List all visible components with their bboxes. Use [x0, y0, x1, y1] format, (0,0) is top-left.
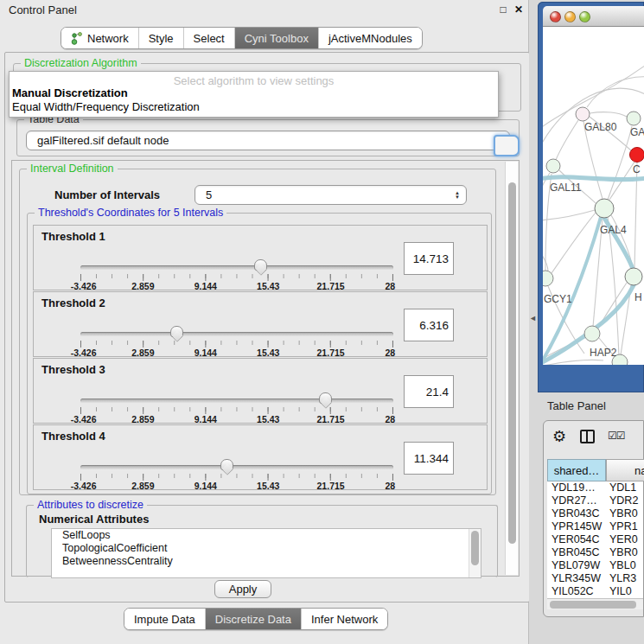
network-icon [71, 32, 82, 45]
close-traffic-light-icon[interactable] [550, 11, 561, 22]
tab-style[interactable]: Style [138, 28, 183, 48]
node-label-hap2: HAP2 [590, 347, 617, 359]
table-row[interactable]: YDR27…YDR2 [547, 494, 643, 507]
slider-track[interactable] [80, 399, 393, 403]
gear-icon[interactable]: ⚙ [552, 427, 566, 446]
network-canvas[interactable]: GAL80 GA C GAL11 GAL4 GCY1 H HAP2 [543, 27, 644, 365]
tab-infer-network[interactable]: Infer Network [301, 609, 387, 629]
table-row[interactable]: YIL052CYIL0 [547, 585, 643, 598]
threshold-2-value-field[interactable] [404, 309, 454, 341]
tab-cyni-toolbox[interactable]: Cyni Toolbox [234, 28, 318, 48]
network-window-titlebar[interactable] [543, 6, 644, 27]
slider-major-ticks [80, 274, 393, 281]
node-hap2 [584, 326, 600, 341]
threshold-3-slider[interactable]: -3.4262.859 9.14415.43 21.71528 [80, 393, 393, 423]
algorithm-dropdown-popup: Select algorithm to view settings Manual… [9, 71, 499, 118]
tab-jactivemnodules[interactable]: jActiveMNodules [318, 28, 422, 48]
discretization-algorithm-legend: Discretization Algorithm [21, 57, 141, 69]
slider-thumb[interactable] [170, 326, 183, 337]
thresholds-legend: Threshold's Coordinates for 5 Intervals [35, 207, 226, 219]
table-row[interactable]: YBR045CYBR0 [547, 546, 643, 559]
panel-divider-collapse-icon[interactable]: ◄ [529, 314, 537, 322]
column-header-name[interactable]: na [606, 459, 644, 481]
slider-track[interactable] [80, 465, 393, 469]
panel-title: Control Panel [9, 3, 77, 16]
tab-select[interactable]: Select [183, 28, 234, 48]
zoom-traffic-light-icon[interactable] [579, 11, 590, 22]
table-data-combo-value: galFiltered.sif default node [27, 134, 495, 147]
slider-thumb[interactable] [319, 392, 332, 404]
threshold-1-slider[interactable]: -3.4262.859 9.14415.43 21.71528 [80, 260, 393, 290]
float-window-icon[interactable]: □ [497, 3, 509, 16]
node-label-gal80: GAL80 [584, 121, 617, 133]
bottom-tab-bar: Impute Data Discretize Data Infer Networ… [124, 608, 388, 630]
minimize-traffic-light-icon[interactable] [564, 11, 576, 22]
interval-definition-group: Interval Definition Number of Intervals … [19, 169, 496, 495]
threshold-1-panel: Threshold 1 -3.4262.859 9.14415.43 21.71… [33, 225, 488, 290]
node-ga-partial [627, 112, 641, 125]
threshold-2-slider[interactable]: -3.4262.859 9.14415.43 21.71528 [80, 327, 393, 356]
table-data-combo[interactable]: galFiltered.sif default node ▲▼ [26, 131, 510, 150]
threshold-3-value-field[interactable] [404, 375, 454, 408]
slider-major-ticks [80, 474, 393, 481]
tab-discretize-data-label: Discretize Data [215, 613, 291, 626]
node-h-partial [625, 268, 642, 285]
combo-spinner-icon: ▲▼ [452, 191, 466, 200]
node-red-selected [630, 148, 644, 163]
threshold-4-label: Threshold 4 [41, 430, 105, 443]
number-of-intervals-combo[interactable]: 5 ▲▼ [194, 185, 467, 205]
scrollbar-thumb[interactable] [550, 601, 636, 609]
network-view-window[interactable]: GAL80 GA C GAL11 GAL4 GCY1 H HAP2 [538, 2, 644, 392]
table-row[interactable]: YBL079WYBL0 [547, 559, 643, 572]
settings-vertical-scrollbar[interactable] [505, 162, 518, 575]
list-item[interactable]: TopologicalCoefficient [52, 542, 481, 555]
slider-track[interactable] [80, 332, 393, 336]
node-label-ga: GA [630, 126, 644, 138]
scrollbar-thumb[interactable] [508, 182, 516, 544]
control-panel-titlebar: Control Panel □ ✕ [0, 0, 528, 19]
slider-scale: -3.4262.859 9.14415.43 21.71528 [80, 414, 393, 424]
table-data-group: Table Data galFiltered.sif default node … [16, 119, 520, 156]
attributes-legend: Attributes to discretize [34, 499, 147, 511]
algorithm-combo-focused[interactable] [494, 135, 520, 156]
thresholds-group: Threshold's Coordinates for 5 Intervals … [27, 213, 492, 494]
column-header-shared-name[interactable]: shared… [547, 459, 606, 481]
table-row[interactable]: YBR043CYBR0 [547, 507, 643, 520]
attributes-group: Attributes to discretize Numerical Attri… [26, 505, 498, 577]
threshold-1-label: Threshold 1 [41, 230, 105, 243]
node-gal4 [595, 199, 614, 218]
list-item[interactable]: BetweennessCentrality [52, 555, 481, 568]
table-row[interactable]: YLR345WYLR3 [547, 572, 643, 585]
close-panel-icon[interactable]: ✕ [513, 3, 525, 16]
apply-button[interactable]: Apply [214, 580, 271, 598]
columns-icon[interactable] [580, 430, 595, 443]
threshold-4-value-field[interactable] [404, 442, 454, 475]
table-horizontal-scrollbar[interactable] [547, 598, 643, 609]
network-graph: GAL80 GA C GAL11 GAL4 GCY1 H HAP2 [543, 27, 644, 365]
tab-impute-data-label: Impute Data [134, 613, 195, 626]
threshold-4-slider[interactable]: -3.4262.859 9.14415.43 21.71528 [80, 460, 393, 489]
table-body: YDL19…YDL1 YDR27…YDR2 YBR043CYBR0 YPR145… [547, 481, 643, 600]
algorithm-option-manual[interactable]: Manual Discretization [10, 86, 498, 100]
slider-thumb[interactable] [220, 459, 233, 470]
threshold-3-label: Threshold 3 [41, 363, 105, 376]
node-gal80 [576, 107, 590, 121]
tab-network[interactable]: Network [61, 28, 138, 48]
list-item[interactable]: SelfLoops [52, 529, 481, 542]
attributes-scrollbar[interactable] [469, 529, 481, 577]
algorithm-option-equal-width[interactable]: Equal Width/Frequency Discretization [10, 100, 498, 114]
threshold-4-panel: Threshold 4 -3.4262.859 9.14415.43 21.71… [33, 424, 488, 490]
table-row[interactable]: YER054CYER0 [547, 533, 643, 546]
table-toolbar: ⚙ ☑☑ [544, 421, 643, 454]
node-label-gal11: GAL11 [550, 182, 582, 194]
numerical-attributes-list[interactable]: SelfLoops TopologicalCoefficient Between… [51, 528, 481, 578]
tab-discretize-data[interactable]: Discretize Data [205, 609, 301, 629]
checked-checkboxes-icon[interactable]: ☑☑ [608, 430, 625, 442]
threshold-1-value-field[interactable] [404, 242, 454, 275]
tab-impute-data[interactable]: Impute Data [124, 609, 205, 629]
table-row[interactable]: YDL19…YDL1 [547, 481, 643, 494]
right-panel: ◄ [529, 0, 644, 644]
slider-track[interactable] [80, 265, 393, 270]
slider-thumb[interactable] [254, 259, 267, 271]
table-row[interactable]: YPR145WYPR1 [547, 520, 643, 533]
